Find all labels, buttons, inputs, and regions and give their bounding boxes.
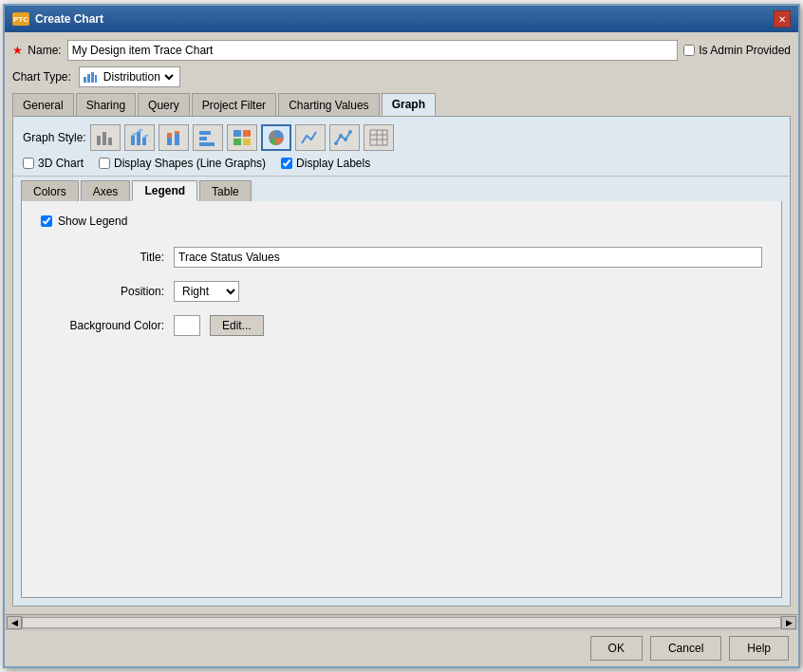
- graph-tab-content: Graph Style:: [12, 117, 791, 607]
- 3d-chart-check-item: 3D Chart: [23, 157, 84, 170]
- svg-point-26: [339, 134, 343, 138]
- svg-rect-14: [167, 133, 172, 138]
- style-horizontal-bar[interactable]: [193, 124, 223, 151]
- 3d-chart-checkbox[interactable]: [23, 158, 34, 169]
- svg-rect-7: [131, 136, 135, 145]
- scroll-left-arrow[interactable]: ◀: [7, 616, 22, 629]
- svg-rect-2: [91, 72, 94, 83]
- display-labels-checkbox[interactable]: [281, 158, 292, 169]
- style-grid[interactable]: [227, 124, 257, 151]
- edit-color-button[interactable]: Edit...: [210, 315, 264, 336]
- title-bar-left: PTC Create Chart: [12, 12, 103, 26]
- svg-marker-12: [142, 135, 149, 138]
- create-chart-dialog: PTC Create Chart ✕ ★ Name: Is Admin Prov…: [3, 4, 800, 668]
- chart-type-label: Chart Type:: [12, 70, 71, 84]
- svg-rect-22: [233, 139, 241, 145]
- svg-rect-29: [370, 130, 387, 145]
- position-row: Position: Right Left Top Bottom: [41, 281, 762, 302]
- distribution-icon: [83, 70, 98, 84]
- display-labels-label: Display Labels: [296, 157, 370, 170]
- 3d-chart-label: 3D Chart: [38, 157, 84, 170]
- chart-type-row: Chart Type: Distribution Bar Pie Line: [12, 66, 791, 87]
- chart-type-select-wrapper[interactable]: Distribution Bar Pie Line: [79, 66, 180, 87]
- show-legend-row: Show Legend: [41, 215, 762, 228]
- tab-query[interactable]: Query: [138, 93, 190, 116]
- svg-rect-23: [243, 139, 251, 145]
- style-bar-flat[interactable]: [90, 124, 121, 151]
- display-shapes-check-item: Display Shapes (Line Graphs): [99, 157, 266, 170]
- graph-style-row: Graph Style:: [23, 124, 780, 151]
- svg-marker-10: [131, 133, 138, 136]
- title-field-label: Title:: [41, 251, 164, 264]
- inner-tab-legend[interactable]: Legend: [132, 180, 197, 201]
- style-bar-3d[interactable]: [124, 124, 155, 151]
- ok-button[interactable]: OK: [590, 636, 643, 661]
- bg-color-swatch: [174, 315, 200, 336]
- scroll-right-arrow[interactable]: ▶: [781, 616, 796, 629]
- style-pie[interactable]: [261, 124, 291, 151]
- name-row: ★ Name: Is Admin Provided: [12, 40, 791, 61]
- required-star: ★: [12, 44, 23, 57]
- graph-style-label: Graph Style:: [23, 131, 86, 144]
- tab-general[interactable]: General: [12, 93, 74, 116]
- bg-color-row: Background Color: Edit...: [41, 315, 762, 336]
- position-select[interactable]: Right Left Top Bottom: [175, 282, 238, 301]
- svg-point-27: [344, 138, 347, 141]
- check-row: 3D Chart Display Shapes (Line Graphs) Di…: [23, 157, 780, 170]
- style-table[interactable]: [364, 124, 394, 151]
- close-button[interactable]: ✕: [774, 10, 791, 28]
- scroll-track[interactable]: [22, 617, 781, 628]
- legend-tab-content: Show Legend Title: Position: Right Left …: [21, 201, 782, 598]
- help-button[interactable]: Help: [729, 636, 789, 661]
- inner-tabs: Colors Axes Legend Table: [13, 177, 790, 201]
- position-label: Position:: [41, 285, 164, 298]
- svg-rect-13: [167, 138, 172, 145]
- svg-rect-5: [103, 132, 106, 145]
- tab-sharing[interactable]: Sharing: [76, 93, 136, 116]
- svg-rect-19: [199, 142, 215, 146]
- inner-tab-axes[interactable]: Axes: [81, 180, 131, 201]
- display-shapes-label: Display Shapes (Line Graphs): [114, 157, 266, 170]
- dialog-title: Create Chart: [35, 12, 103, 26]
- svg-rect-18: [199, 137, 207, 140]
- title-input[interactable]: [174, 247, 762, 268]
- name-input[interactable]: [67, 40, 679, 61]
- admin-checkbox[interactable]: [683, 45, 695, 56]
- ptc-logo: PTC: [12, 12, 29, 26]
- svg-rect-21: [243, 130, 251, 137]
- inner-tab-colors[interactable]: Colors: [21, 180, 79, 201]
- tab-graph[interactable]: Graph: [382, 93, 436, 116]
- svg-rect-16: [175, 131, 179, 134]
- admin-label: Is Admin Provided: [699, 44, 791, 57]
- title-bar: PTC Create Chart ✕: [5, 6, 798, 32]
- cancel-button[interactable]: Cancel: [650, 636, 721, 661]
- svg-marker-11: [137, 129, 143, 132]
- admin-check-area: Is Admin Provided: [683, 44, 791, 57]
- svg-rect-0: [84, 77, 86, 83]
- tab-charting-values[interactable]: Charting Values: [278, 93, 380, 116]
- svg-rect-20: [233, 130, 241, 137]
- chart-type-select[interactable]: Distribution Bar Pie Line: [100, 69, 177, 84]
- style-line2[interactable]: [329, 124, 360, 151]
- show-legend-checkbox[interactable]: [41, 215, 52, 227]
- position-select-wrapper[interactable]: Right Left Top Bottom: [174, 281, 239, 302]
- graph-options: Graph Style:: [13, 117, 790, 177]
- svg-rect-1: [87, 74, 90, 83]
- svg-point-25: [334, 141, 338, 145]
- horizontal-scrollbar: ◀ ▶: [5, 614, 798, 629]
- svg-rect-3: [95, 75, 97, 83]
- display-shapes-checkbox[interactable]: [99, 158, 110, 169]
- style-stacked-bar[interactable]: [159, 124, 189, 151]
- title-row: Title:: [41, 247, 762, 268]
- outer-tabs: General Sharing Query Project Filter Cha…: [12, 93, 791, 117]
- display-labels-check-item: Display Labels: [281, 157, 370, 170]
- svg-rect-4: [97, 136, 101, 145]
- inner-tab-table[interactable]: Table: [199, 180, 252, 201]
- tab-project-filter[interactable]: Project Filter: [192, 93, 276, 116]
- dialog-footer: OK Cancel Help: [5, 629, 798, 666]
- style-line1[interactable]: [295, 124, 326, 151]
- svg-rect-6: [108, 138, 112, 145]
- show-legend-label: Show Legend: [58, 215, 127, 228]
- svg-rect-15: [175, 134, 179, 145]
- svg-rect-9: [142, 138, 146, 145]
